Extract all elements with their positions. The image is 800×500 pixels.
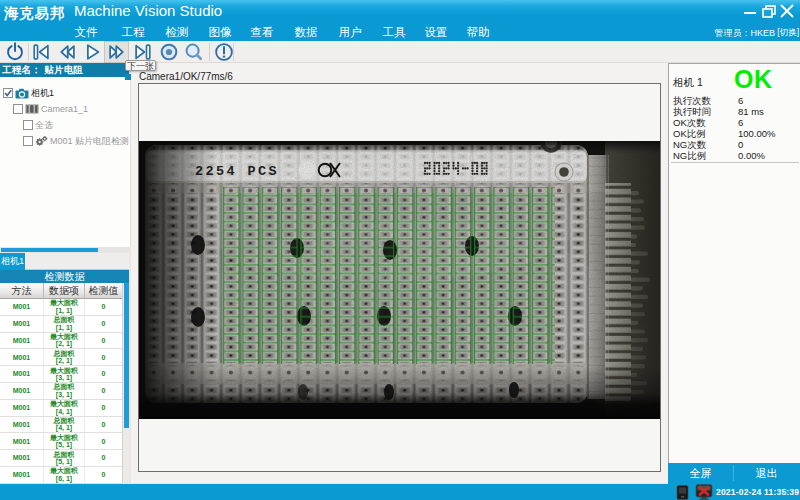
cell-value: 0 [85,450,122,466]
cell-method: M001 [0,333,44,349]
bottom-button-band: 全屏 退出 [668,463,800,484]
previous-image-button[interactable] [54,41,79,63]
table-row[interactable]: M001最大面积[6, 1]0 [0,467,122,484]
toolbar-separator [209,43,210,61]
col-item: 数据项 [44,283,85,299]
detection-table-body: M001最大面积[1, 1]0M001总面积[1, 1]0M001最大面积[2,… [0,299,122,484]
stat-row: 执行时间81 ms [673,106,799,117]
col-method: 方法 [0,283,44,299]
stat-value: 81 ms [738,106,764,117]
restore-button[interactable] [761,4,777,19]
tree-item-select-all[interactable]: 全选 [23,118,53,132]
tree-item-label: 相机1 [31,87,54,100]
tree-item-label: 全选 [35,119,53,132]
close-button[interactable] [779,4,795,19]
stat-label: 执行次数 [673,95,711,106]
table-vertical-scrollbar[interactable] [122,283,129,483]
menu-item-5[interactable]: 查看 [242,25,282,40]
minimize-button[interactable] [742,4,758,19]
cell-method: M001 [0,299,44,315]
cell-item: 最大面积[6, 1] [44,467,85,483]
cell-item: 最大面积[5, 1] [44,433,85,449]
table-row[interactable]: M001最大面积[3, 1]0 [0,366,122,383]
menu-item-1[interactable]: 文件 [66,25,106,40]
camera-label-bullet [125,74,131,80]
camera-tab-row: 相机1 [0,253,129,270]
m001-checkbox[interactable] [23,136,33,146]
cell-value: 0 [85,417,122,433]
tree-item-camera1-1[interactable]: Camera1_1 [13,102,88,116]
table-header: 方法 数据项 检测值 [0,283,122,299]
cell-value: 0 [85,467,122,483]
camera-disconnected-icon [695,484,713,500]
menu-item-10[interactable]: 帮助 [458,25,498,40]
zoom-button[interactable] [181,41,206,63]
menu-item-7[interactable]: 用户 [330,25,370,40]
table-row[interactable]: M001最大面积[2, 1]0 [0,333,122,350]
table-row[interactable]: M001最大面积[4, 1]0 [0,400,122,417]
table-row[interactable]: M001总面积[3, 1]0 [0,383,122,400]
select-all-checkbox[interactable] [23,120,33,130]
about-button[interactable] [211,41,236,63]
stat-row: NG次数0 [673,139,799,150]
camera1-1-checkbox[interactable] [13,104,23,114]
cell-item: 总面积[1, 1] [44,316,85,332]
cell-item: 总面积[4, 1] [44,417,85,433]
menu-item-8[interactable]: 工具 [374,25,414,40]
tab-camera1[interactable]: 相机1 [0,253,25,270]
cell-method: M001 [0,400,44,416]
toolbar [0,41,800,63]
cell-method: M001 [0,366,44,382]
film-icon [25,104,39,114]
stat-row: OK比例100.00% [673,128,799,139]
exit-button[interactable]: 退出 [734,463,799,483]
app-title: Machine Vision Studio [74,2,222,19]
menu-item-2[interactable]: 工程 [113,25,153,40]
cell-method: M001 [0,467,44,483]
status-timestamp: 2021-02-24 11:35:39 [716,487,799,497]
table-row[interactable]: M001总面积[5, 1]0 [0,450,122,467]
cell-value: 0 [85,349,122,365]
detection-data-title: 检测数据 [0,270,129,283]
stat-label: OK次数 [673,117,706,128]
tree-hscroll-thumb[interactable] [1,248,98,252]
table-vscroll-thumb[interactable] [124,283,129,428]
table-row[interactable]: M001总面积[4, 1]0 [0,417,122,434]
gears-icon [35,135,48,147]
cell-method: M001 [0,450,44,466]
stat-label: NG比例 [673,150,706,161]
stat-value: 0 [738,139,743,150]
menu-item-4[interactable]: 图像 [200,25,240,40]
cell-value: 0 [85,333,122,349]
camera1-checkbox[interactable] [3,88,13,98]
col-value: 检测值 [85,283,122,299]
fullscreen-button[interactable]: 全屏 [668,463,733,483]
project-tree: 相机1 Camera1_1 全选 [0,77,131,247]
menu-bar: 文件工程检测图像查看数据用户工具设置帮助 管理员：HKEB [切换] [0,22,800,41]
run-button[interactable] [79,41,104,63]
power-button[interactable] [2,41,27,63]
table-row[interactable]: M001最大面积[5, 1]0 [0,433,122,450]
stat-row: OK次数6 [673,117,799,128]
app-window: 海克易邦 Machine Vision Studio 文件工程检测图像查看数据用… [0,0,800,500]
record-button[interactable] [156,41,181,63]
cell-value: 0 [85,383,122,399]
table-row[interactable]: M001总面积[2, 1]0 [0,349,122,366]
stat-row: NG比例0.00% [673,150,799,161]
table-row[interactable]: M001最大面积[1, 1]0 [0,299,122,316]
stats-panel: 相机 1 OK 执行次数6执行时间81 msOK次数6OK比例100.00%NG… [668,63,800,463]
tree-item-m001[interactable]: M001 贴片电阻检测 [23,134,129,148]
cell-item: 最大面积[1, 1] [44,299,85,315]
menu-item-3[interactable]: 检测 [157,25,197,40]
menu-item-9[interactable]: 设置 [416,25,456,40]
tree-item-camera1[interactable]: 相机1 [3,86,54,100]
cell-value: 0 [85,316,122,332]
skip-first-button[interactable] [28,41,53,63]
table-row[interactable]: M001总面积[1, 1]0 [0,316,122,333]
stat-label: NG次数 [673,139,706,150]
switch-user-link[interactable]: [切换] [777,27,799,39]
camera-image[interactable]: 2254 PCS [139,141,660,419]
stat-label: OK比例 [673,128,706,139]
menu-item-6[interactable]: 数据 [286,25,326,40]
tree-item-label: M001 贴片电阻检测 [50,135,129,148]
